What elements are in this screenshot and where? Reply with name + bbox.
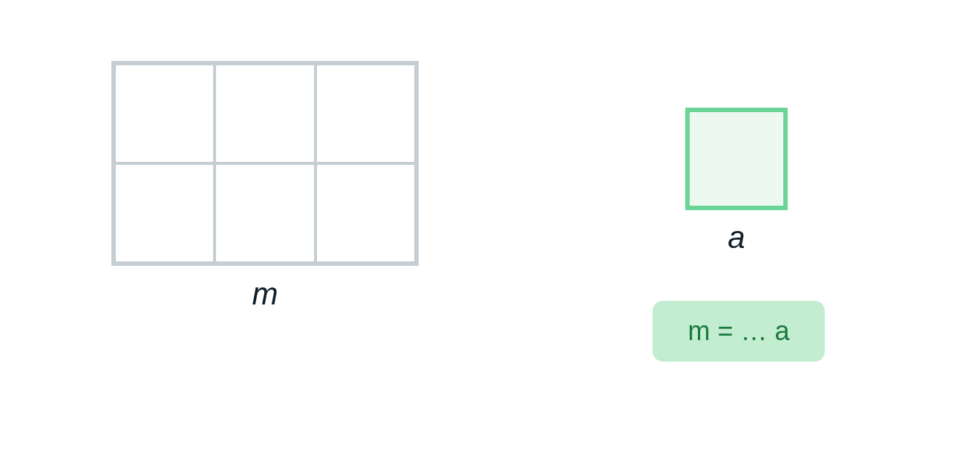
equation-box: m = … a bbox=[653, 301, 825, 362]
square-a bbox=[685, 108, 788, 210]
grid-m bbox=[111, 61, 419, 266]
grid-cell bbox=[114, 163, 215, 263]
diagram-container: m a m = … a bbox=[0, 0, 980, 450]
label-m: m bbox=[111, 276, 419, 312]
label-a: a bbox=[685, 220, 788, 255]
grid-cell bbox=[114, 64, 215, 163]
grid-cell bbox=[316, 163, 416, 263]
grid-cell bbox=[215, 64, 315, 163]
grid-cell bbox=[215, 163, 315, 263]
grid-cell bbox=[316, 64, 416, 163]
